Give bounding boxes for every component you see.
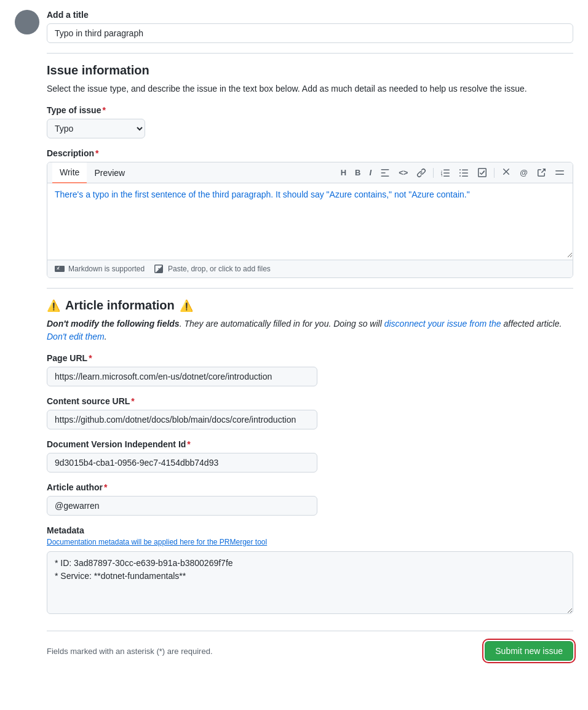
attach-button[interactable] (498, 166, 514, 180)
content-source-input[interactable] (47, 410, 317, 429)
code-button[interactable]: <> (395, 166, 411, 180)
content-source-group: Content source URL * (47, 396, 573, 429)
editor-toolbar: H B I <> (338, 163, 568, 183)
type-of-issue-label: Type of issue * (47, 105, 573, 115)
italic-button[interactable]: I (367, 166, 375, 180)
article-info-header: ⚠️ Article information ⚠️ (47, 298, 573, 313)
section-divider-1 (47, 53, 573, 54)
footer-row: Fields marked with an asterisk (*) are r… (47, 631, 573, 661)
type-of-issue-select[interactable]: Typo Factual error Code error Unclear co… (47, 119, 145, 138)
page-url-group: Page URL * (47, 353, 573, 386)
heading-button[interactable]: H (338, 166, 349, 180)
metadata-label: Metadata (47, 525, 573, 535)
task-list-button[interactable] (474, 166, 490, 180)
description-required-star: * (95, 148, 98, 158)
type-required-star: * (102, 105, 105, 115)
attach-note[interactable]: Paste, drop, or click to add files (154, 264, 271, 274)
close-button[interactable] (552, 166, 568, 180)
doc-version-label: Document Version Independent Id * (47, 439, 573, 449)
description-group: Description * Write Preview H B I <> (47, 148, 573, 278)
article-author-label: Article author * (47, 482, 573, 492)
issue-information-description: Select the issue type, and describe the … (47, 82, 573, 95)
section-divider-2 (47, 288, 573, 289)
editor-footer: Markdown is supported Paste, drop, or cl… (47, 260, 573, 277)
article-author-group: Article author * (47, 482, 573, 516)
doc-version-required: * (187, 439, 190, 449)
page-url-input[interactable] (47, 367, 317, 386)
mention-button[interactable]: @ (517, 166, 531, 180)
warning-left: ⚠️ (47, 299, 60, 313)
page-url-label: Page URL * (47, 353, 573, 363)
content-source-label: Content source URL * (47, 396, 573, 406)
markdown-icon (55, 264, 65, 274)
description-editor: Write Preview H B I <> (47, 162, 573, 278)
editor-tabs-bar: Write Preview H B I <> (47, 162, 573, 183)
quote-button[interactable] (377, 166, 393, 180)
type-of-issue-group: Type of issue * Typo Factual error Code … (47, 105, 573, 138)
required-fields-note: Fields marked with an asterisk (*) are r… (47, 647, 213, 656)
write-tab[interactable]: Write (52, 162, 87, 183)
article-author-required: * (104, 482, 107, 492)
article-info-note: Don't modify the following fields. They … (47, 317, 573, 343)
article-information-title: Article information (65, 298, 175, 313)
submit-button[interactable]: Submit new issue (485, 641, 573, 661)
markdown-note: Markdown is supported (55, 264, 145, 274)
bold-button[interactable]: B (352, 166, 364, 180)
doc-version-input[interactable] (47, 453, 317, 473)
preview-tab[interactable]: Preview (87, 163, 132, 183)
toolbar-separator-2 (494, 168, 495, 178)
link-button[interactable] (413, 166, 429, 180)
image-icon (154, 264, 164, 274)
metadata-section: Metadata Documentation metadata will be … (47, 525, 573, 616)
metadata-link[interactable]: Documentation metadata will be applied h… (47, 538, 573, 546)
doc-version-group: Document Version Independent Id * (47, 439, 573, 473)
description-label: Description * (47, 148, 573, 158)
description-textarea[interactable]: There's a typo in the first sentence of … (47, 183, 573, 258)
article-author-input[interactable] (47, 496, 317, 516)
warning-right: ⚠️ (180, 299, 193, 313)
issue-information-title: Issue information (47, 63, 573, 78)
page-url-required: * (89, 353, 92, 363)
cross-ref-button[interactable] (533, 166, 549, 180)
title-input[interactable] (47, 23, 573, 43)
toolbar-separator-1 (433, 168, 434, 178)
avatar (15, 10, 39, 34)
metadata-textarea[interactable]: * ID: 3ad87897-30cc-e639-b91a-b3800269f7… (47, 551, 573, 614)
content-source-required: * (131, 396, 134, 406)
ordered-list-button[interactable] (437, 166, 453, 180)
unordered-list-button[interactable] (456, 166, 472, 180)
add-title-label: Add a title (47, 10, 573, 20)
